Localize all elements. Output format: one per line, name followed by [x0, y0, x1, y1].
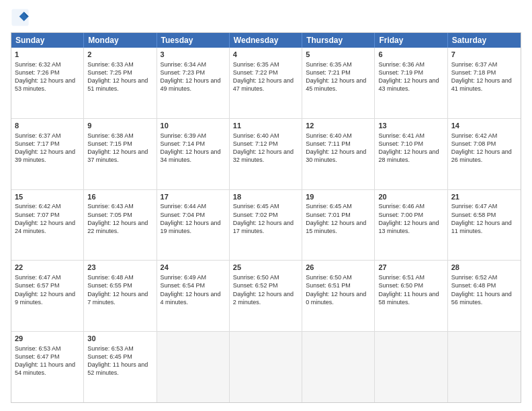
day-number: 14 [451, 121, 517, 131]
day-number: 1 [15, 50, 80, 60]
page: SundayMondayTuesdayWednesdayThursdayFrid… [0, 0, 532, 411]
daylight: Daylight: 12 hours and 2 minutes. [233, 291, 294, 306]
day-number: 5 [306, 50, 371, 60]
calendar-week: 29Sunrise: 6:53 AMSunset: 6:47 PMDayligh… [11, 332, 521, 402]
sunrise: Sunrise: 6:40 AM [306, 132, 352, 139]
sunset: Sunset: 6:47 PM [15, 353, 60, 360]
calendar-cell: 2Sunrise: 6:33 AMSunset: 7:25 PMDaylight… [84, 48, 157, 118]
day-number: 17 [161, 192, 226, 202]
sunset: Sunset: 6:48 PM [451, 282, 496, 289]
sunset: Sunset: 7:22 PM [233, 69, 278, 76]
sunset: Sunset: 7:08 PM [451, 140, 496, 147]
calendar-cell: 22Sunrise: 6:47 AMSunset: 6:57 PMDayligh… [11, 261, 84, 331]
calendar-cell: 18Sunrise: 6:45 AMSunset: 7:02 PMDayligh… [230, 190, 302, 261]
sunrise: Sunrise: 6:47 AM [15, 274, 61, 281]
calendar-week: 1Sunrise: 6:32 AMSunset: 7:26 PMDaylight… [11, 48, 521, 119]
day-number: 4 [233, 50, 298, 60]
calendar-cell: 10Sunrise: 6:39 AMSunset: 7:14 PMDayligh… [157, 119, 230, 189]
calendar-cell: 26Sunrise: 6:50 AMSunset: 6:51 PMDayligh… [302, 261, 375, 331]
sunset: Sunset: 7:15 PM [87, 140, 132, 147]
day-number: 26 [306, 263, 371, 273]
logo-icon [11, 8, 30, 27]
calendar-cell: 4Sunrise: 6:35 AMSunset: 7:22 PMDaylight… [230, 48, 302, 118]
calendar-cell [157, 332, 230, 402]
sunrise: Sunrise: 6:35 AM [306, 61, 352, 68]
day-number: 2 [87, 50, 152, 60]
sunset: Sunset: 7:25 PM [87, 69, 132, 76]
sunset: Sunset: 7:11 PM [306, 140, 351, 147]
sunrise: Sunrise: 6:48 AM [87, 274, 134, 281]
day-number: 30 [87, 334, 152, 344]
sunrise: Sunrise: 6:37 AM [451, 61, 498, 68]
sunrise: Sunrise: 6:45 AM [233, 203, 279, 210]
day-number: 24 [161, 263, 226, 273]
daylight: Daylight: 12 hours and 45 minutes. [306, 77, 366, 92]
calendar-body: 1Sunrise: 6:32 AMSunset: 7:26 PMDaylight… [11, 48, 521, 402]
sunset: Sunset: 7:07 PM [15, 212, 60, 218]
sunset: Sunset: 6:58 PM [451, 212, 496, 218]
daylight: Daylight: 11 hours and 58 minutes. [378, 291, 439, 306]
daylight: Daylight: 12 hours and 41 minutes. [451, 77, 512, 92]
calendar-cell: 11Sunrise: 6:40 AMSunset: 7:12 PMDayligh… [230, 119, 302, 189]
sunset: Sunset: 6:52 PM [233, 282, 278, 289]
sunrise: Sunrise: 6:49 AM [161, 274, 207, 281]
calendar-cell [302, 332, 375, 402]
daylight: Daylight: 12 hours and 7 minutes. [87, 291, 148, 306]
sunrise: Sunrise: 6:50 AM [306, 274, 352, 281]
calendar-cell: 9Sunrise: 6:38 AMSunset: 7:15 PMDaylight… [84, 119, 157, 189]
sunrise: Sunrise: 6:45 AM [306, 203, 352, 210]
daylight: Daylight: 12 hours and 4 minutes. [161, 291, 221, 306]
day-number: 29 [15, 334, 80, 344]
daylight: Daylight: 12 hours and 22 minutes. [87, 220, 148, 234]
day-number: 12 [306, 121, 371, 131]
daylight: Daylight: 12 hours and 43 minutes. [378, 77, 439, 92]
day-number: 23 [87, 263, 152, 273]
daylight: Daylight: 12 hours and 30 minutes. [306, 148, 366, 163]
daylight: Daylight: 12 hours and 19 minutes. [161, 220, 221, 234]
sunrise: Sunrise: 6:39 AM [161, 132, 207, 139]
daylight: Daylight: 11 hours and 54 minutes. [15, 361, 75, 376]
daylight: Daylight: 12 hours and 15 minutes. [306, 220, 366, 234]
sunrise: Sunrise: 6:50 AM [233, 274, 279, 281]
calendar-week: 22Sunrise: 6:47 AMSunset: 6:57 PMDayligh… [11, 261, 521, 332]
calendar-cell: 15Sunrise: 6:42 AMSunset: 7:07 PMDayligh… [11, 190, 84, 261]
calendar-cell: 6Sunrise: 6:36 AMSunset: 7:19 PMDaylight… [375, 48, 447, 118]
day-number: 8 [15, 121, 80, 131]
sunset: Sunset: 6:50 PM [378, 282, 423, 289]
calendar-header-cell: Wednesday [230, 33, 302, 48]
daylight: Daylight: 12 hours and 11 minutes. [451, 220, 512, 234]
calendar-cell: 12Sunrise: 6:40 AMSunset: 7:11 PMDayligh… [302, 119, 375, 189]
sunset: Sunset: 7:10 PM [378, 140, 423, 147]
calendar-cell: 14Sunrise: 6:42 AMSunset: 7:08 PMDayligh… [448, 119, 521, 189]
sunset: Sunset: 6:54 PM [161, 282, 206, 289]
calendar-cell: 29Sunrise: 6:53 AMSunset: 6:47 PMDayligh… [11, 332, 84, 402]
sunset: Sunset: 7:00 PM [378, 212, 423, 218]
sunset: Sunset: 7:02 PM [233, 212, 278, 218]
calendar-cell: 1Sunrise: 6:32 AMSunset: 7:26 PMDaylight… [11, 48, 84, 118]
daylight: Daylight: 12 hours and 9 minutes. [15, 291, 75, 306]
daylight: Daylight: 12 hours and 47 minutes. [233, 77, 294, 92]
calendar-cell: 21Sunrise: 6:47 AMSunset: 6:58 PMDayligh… [448, 190, 521, 261]
day-number: 9 [87, 121, 152, 131]
sunset: Sunset: 7:26 PM [15, 69, 60, 76]
sunset: Sunset: 7:17 PM [15, 140, 60, 147]
daylight: Daylight: 12 hours and 17 minutes. [233, 220, 294, 234]
calendar-header-cell: Sunday [11, 33, 84, 48]
day-number: 25 [233, 263, 298, 273]
sunset: Sunset: 7:19 PM [378, 69, 423, 76]
sunrise: Sunrise: 6:53 AM [87, 345, 134, 352]
day-number: 22 [15, 263, 80, 273]
sunrise: Sunrise: 6:32 AM [15, 61, 61, 68]
daylight: Daylight: 12 hours and 13 minutes. [378, 220, 439, 234]
daylight: Daylight: 12 hours and 37 minutes. [87, 148, 148, 163]
sunrise: Sunrise: 6:42 AM [15, 203, 61, 210]
calendar-cell: 19Sunrise: 6:45 AMSunset: 7:01 PMDayligh… [302, 190, 375, 261]
day-number: 28 [451, 263, 517, 273]
day-number: 3 [161, 50, 226, 60]
day-number: 19 [306, 192, 371, 202]
daylight: Daylight: 12 hours and 32 minutes. [233, 148, 294, 163]
day-number: 27 [378, 263, 443, 273]
daylight: Daylight: 12 hours and 51 minutes. [87, 77, 148, 92]
calendar-week: 8Sunrise: 6:37 AMSunset: 7:17 PMDaylight… [11, 119, 521, 190]
calendar-cell: 16Sunrise: 6:43 AMSunset: 7:05 PMDayligh… [84, 190, 157, 261]
